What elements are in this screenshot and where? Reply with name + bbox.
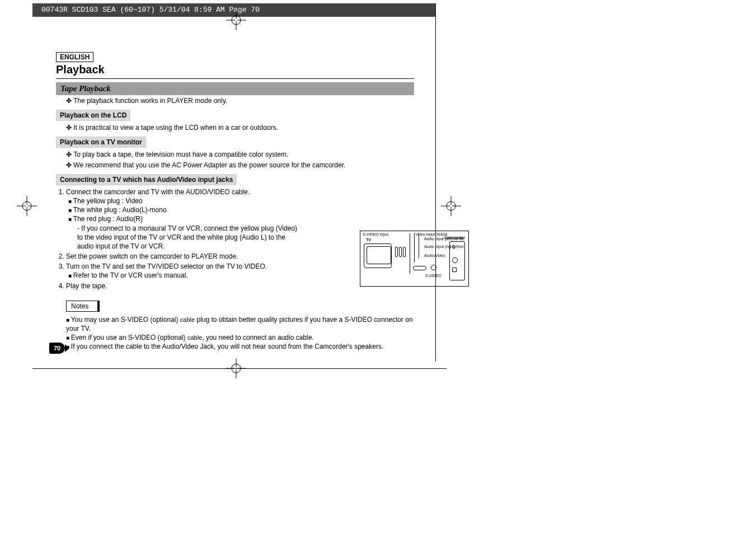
step-1: Connect the camcorder and TV with the AU… [66, 188, 299, 251]
step-3-text: Turn on the TV and set the TV/VIDEO sele… [66, 263, 267, 270]
plug-red: The red plug : Audio(R) [66, 214, 299, 223]
page-body: ENGLISH Playback Tape Playback The playb… [56, 51, 414, 352]
crop-mark-right [441, 196, 461, 216]
note-1: You may use an S-VIDEO (optional) cable … [56, 315, 414, 333]
note-2a: Even if you use an S-VIDEO (optional) [71, 334, 187, 341]
lbl-video-in: Video input-Yellow [415, 232, 447, 236]
step-2: Set the power switch on the camcorder to… [66, 252, 299, 261]
subheading-tv: Playback on a TV monitor [56, 137, 146, 148]
page-title: Playback [56, 63, 414, 76]
subheading-lcd: Playback on the LCD [56, 110, 130, 121]
step-1-text: Connect the camcorder and TV with the AU… [66, 188, 250, 196]
camcorder-icon [449, 241, 465, 280]
step-3: Turn on the TV and set the TV/VIDEO sele… [66, 262, 299, 280]
note-3: If you connect the cable to the Audio/Vi… [56, 342, 414, 351]
notes-label: Notes [71, 302, 88, 310]
jack-icon [452, 268, 457, 272]
note-2b: cable [187, 334, 202, 341]
tv-label: TV [366, 238, 371, 242]
plug-yellow: The yellow plug : Video [66, 196, 299, 205]
subheading-connect: Connecting to a TV which has Audio/Video… [56, 174, 237, 185]
note-2: Even if you use an S-VIDEO (optional) ca… [56, 333, 414, 342]
plug-red-note: If you connect to a monaural TV or VCR, … [66, 224, 299, 251]
connect-steps: Connect the camcorder and TV with the AU… [56, 188, 299, 291]
section-header: Tape Playback [56, 82, 414, 95]
svideo-plug-icon [413, 266, 426, 270]
step-4: Play the tape. [66, 282, 299, 291]
page-trim-bottom [32, 368, 447, 369]
crop-mark-left [17, 196, 37, 216]
note-1a: You may use an S-VIDEO (optional) [71, 316, 180, 324]
tv-line2: We recommend that you use the AC Power A… [56, 161, 414, 170]
cable-icon [419, 233, 419, 258]
step-3-note: Refer to the TV or VCR user's manual. [66, 271, 299, 280]
cable-icon [410, 233, 410, 274]
connection-diagram: S-VIDEO input Video input-Yellow Audio i… [360, 231, 469, 287]
cable-icon [414, 233, 415, 263]
note-2c: , you need to connect an audio cable. [202, 334, 313, 341]
camcorder-label: Camcorder [444, 236, 465, 240]
page-trim-right [435, 3, 436, 362]
tv-icon [364, 243, 392, 268]
jack-icon [452, 245, 456, 249]
plug-white: The white plug : Audio(L)-mono [66, 205, 299, 214]
lcd-line1: It is practical to view a tape using the… [56, 123, 414, 132]
crop-mark-top [226, 10, 246, 30]
tv-line1: To play back a tape, the television must… [56, 150, 414, 159]
language-tag: ENGLISH [56, 52, 93, 62]
notes-heading-box: Notes [66, 301, 100, 312]
lbl-sv: S-VIDEO [425, 274, 442, 278]
intro-line: The playback function works in PLAYER mo… [56, 96, 414, 105]
note-1b: cable [180, 316, 195, 323]
svideo-connector-icon [431, 265, 436, 270]
title-rule [56, 78, 414, 79]
lbl-av: Audio/Video [424, 254, 445, 257]
rca-plugs-icon [395, 247, 410, 264]
jack-icon [452, 257, 458, 263]
lbl-svideo-input: S-VIDEO input [363, 232, 388, 236]
